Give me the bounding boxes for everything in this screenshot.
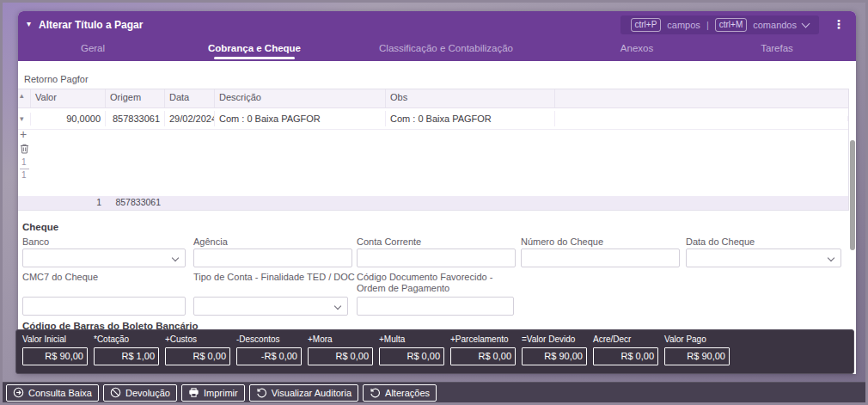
column-header-descricao[interactable]: Descrição	[215, 89, 386, 107]
chevron-down-icon	[334, 303, 341, 310]
parcelamento-field: +Parcelamento R$ 0,00	[450, 334, 516, 373]
summary-count: 1	[31, 196, 106, 210]
row-marker-icon[interactable]: ▾	[18, 113, 31, 126]
column-header-data[interactable]: Data	[165, 89, 215, 107]
conta-corrente-input[interactable]	[357, 249, 516, 267]
visualizar-auditoria-button[interactable]: Visualizar Auditoria	[249, 384, 358, 402]
history-icon	[256, 387, 267, 398]
column-header-origem[interactable]: Origem	[106, 89, 165, 107]
devolucao-button[interactable]: Devolução	[103, 384, 177, 402]
valor-inicial-value[interactable]: R$ 90,00	[22, 347, 88, 365]
shortcut-hints: ctrl+P campos | ctrl+M comandos	[620, 15, 820, 34]
imprimir-label: Imprimir	[204, 388, 238, 398]
window-title: Alterar Título a Pagar	[39, 19, 143, 31]
cotacao-value[interactable]: R$ 1,00	[94, 347, 159, 365]
numero-cheque-input[interactable]	[521, 249, 680, 267]
valor-devido-value[interactable]: R$ 90,00	[522, 347, 587, 365]
multa-label: +Multa	[379, 334, 444, 344]
imprimir-button[interactable]: Imprimir	[181, 384, 245, 402]
window-titlebar: ▾ Alterar Título a Pagar ctrl+P campos |…	[18, 11, 856, 39]
tab-geral[interactable]: Geral	[81, 43, 105, 53]
cotacao-label: *Cotação	[94, 334, 159, 344]
consulta-baixa-button[interactable]: Consulta Baixa	[6, 384, 99, 402]
vertical-scrollbar[interactable]	[850, 140, 855, 250]
cmc7-input[interactable]	[22, 297, 186, 316]
summary-origem: 857833061	[106, 196, 165, 210]
history-icon	[370, 387, 381, 398]
custos-value[interactable]: R$ 0,00	[165, 347, 230, 365]
sort-ascending-icon[interactable]: ▴	[18, 89, 31, 107]
column-header-obs[interactable]: Obs	[386, 89, 555, 107]
custos-label: +Custos	[165, 334, 230, 344]
collapse-caret-icon[interactable]: ▾	[27, 19, 31, 28]
tab-content: Retorno Pagfor ▴ Valor Origem Data Descr…	[18, 61, 856, 374]
arrow-circle-right-icon	[13, 387, 24, 398]
active-tab-underline	[214, 57, 295, 59]
cheque-section-label: Cheque	[22, 222, 58, 232]
valor-pago-field: Valor Pago R$ 90,00	[664, 334, 730, 373]
multa-value[interactable]: R$ 0,00	[379, 347, 444, 365]
ctrl-p-keycap: ctrl+P	[631, 18, 662, 32]
banco-select[interactable]	[22, 249, 186, 267]
cotacao-field: *Cotação R$ 1,00	[94, 334, 159, 373]
bottom-toolbar: Consulta Baixa Devolução Imprimir	[3, 382, 865, 402]
conta-corrente-label: Conta Corrente	[357, 236, 421, 248]
tipo-conta-label: Tipo de Conta - Finalidade TED / DOC	[193, 272, 355, 283]
custos-field: +Custos R$ 0,00	[165, 334, 230, 373]
cmc7-label: CMC7 do Cheque	[22, 272, 98, 283]
descontos-field: -Descontos -R$ 0,00	[236, 334, 302, 373]
tab-cobranca-e-cheque[interactable]: Cobrança e Cheque	[208, 43, 301, 53]
app-background: ▾ Alterar Título a Pagar ctrl+P campos |…	[0, 0, 868, 405]
chevron-down-icon[interactable]	[802, 19, 810, 28]
devolucao-label: Devolução	[125, 388, 170, 398]
pager-total: 1	[21, 170, 27, 180]
tab-anexos[interactable]: Anexos	[620, 43, 653, 53]
valor-pago-value[interactable]: R$ 90,00	[664, 347, 730, 365]
shortcut-separator: |	[706, 20, 709, 30]
summary-gutter	[18, 196, 31, 210]
alteracoes-button[interactable]: Alterações	[363, 384, 437, 402]
alterar-titulo-window: ▾ Alterar Título a Pagar ctrl+P campos |…	[18, 11, 856, 374]
data-cheque-label: Data do Cheque	[686, 236, 755, 248]
ctrl-m-keycap: ctrl+M	[715, 18, 748, 32]
parcelamento-label: +Parcelamento	[450, 334, 516, 344]
valor-devido-field: =Valor Devido R$ 90,00	[522, 334, 587, 373]
mora-label: +Mora	[308, 334, 373, 344]
valor-devido-label: =Valor Devido	[522, 334, 587, 344]
pager-current: 1	[21, 157, 27, 167]
parcelamento-value[interactable]: R$ 0,00	[450, 347, 516, 365]
tab-tarefas[interactable]: Tarefas	[761, 43, 793, 53]
add-row-icon[interactable]: +	[20, 128, 27, 140]
multa-field: +Multa R$ 0,00	[379, 334, 444, 373]
cell-empty	[555, 116, 848, 121]
table-row[interactable]: ▾ 90,0000 857833061 29/02/2024 Com : 0 B…	[18, 108, 848, 130]
delete-row-icon[interactable]	[20, 144, 29, 156]
campos-label: campos	[667, 20, 700, 30]
tab-bar: Geral Cobrança e Cheque Classificação e …	[18, 39, 856, 61]
codigo-documento-input[interactable]	[357, 297, 514, 316]
acre-decr-label: Acre/Decr	[593, 334, 658, 344]
totals-bar: Valor Inicial R$ 90,00 *Cotação R$ 1,00 …	[15, 329, 854, 374]
banco-label: Banco	[22, 236, 49, 248]
mora-value[interactable]: R$ 0,00	[308, 347, 373, 365]
acre-decr-value[interactable]: R$ 0,00	[593, 347, 658, 365]
descontos-value[interactable]: -R$ 0,00	[236, 347, 302, 365]
data-cheque-select[interactable]	[686, 249, 841, 267]
tab-classificacao[interactable]: Classificação e Contabilização	[379, 43, 513, 53]
kebab-menu-icon[interactable]: ⋮	[833, 17, 845, 31]
prohibited-icon	[110, 387, 121, 398]
valor-inicial-label: Valor Inicial	[22, 334, 88, 344]
column-header-valor[interactable]: Valor	[31, 89, 106, 107]
cell-valor: 90,0000	[31, 111, 106, 126]
codigo-documento-label: Código Documento Favorecido - Ordem de P…	[357, 272, 520, 294]
valor-inicial-field: Valor Inicial R$ 90,00	[22, 334, 88, 373]
mora-field: +Mora R$ 0,00	[308, 334, 373, 373]
tipo-conta-select[interactable]	[193, 297, 348, 316]
agencia-input[interactable]	[193, 249, 352, 267]
chevron-down-icon	[172, 255, 179, 261]
visualizar-auditoria-label: Visualizar Auditoria	[272, 388, 351, 398]
agencia-label: Agência	[193, 236, 228, 248]
comandos-label: comandos	[753, 20, 797, 30]
cell-data: 29/02/2024	[165, 111, 215, 126]
acre-decr-field: Acre/Decr R$ 0,00	[593, 334, 658, 373]
